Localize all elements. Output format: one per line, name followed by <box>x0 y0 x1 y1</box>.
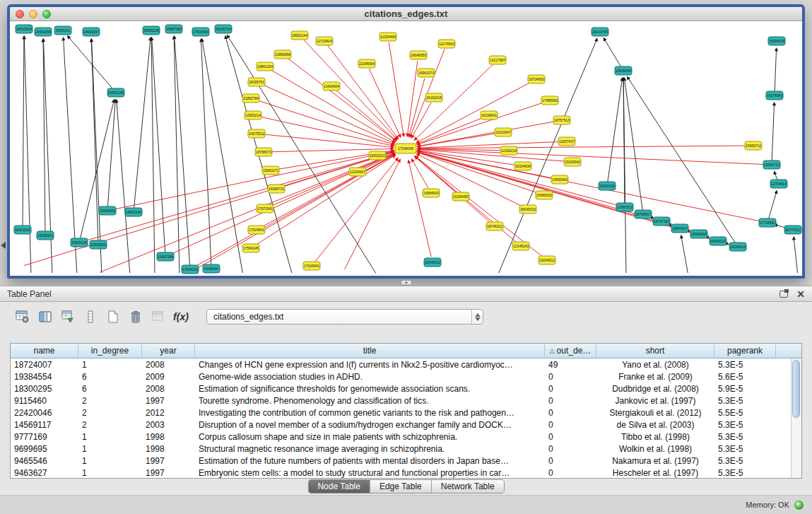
network-canvas[interactable]: 1125446912174903122179871973459317485083… <box>10 21 802 276</box>
hub-node[interactable]: 17246045 <box>395 144 416 153</box>
network-node[interactable]: 19363171 <box>262 166 279 175</box>
network-node[interactable]: 18746321 <box>486 222 503 230</box>
network-node[interactable]: 15905135 <box>143 26 160 35</box>
network-node[interactable]: 16150036 <box>599 182 616 190</box>
network-node[interactable]: 19844327 <box>671 224 688 233</box>
network-node[interactable]: 19244512 <box>539 256 555 264</box>
network-node[interactable]: 17734550 <box>759 218 776 227</box>
network-node[interactable]: 11607437 <box>558 137 575 146</box>
network-node[interactable]: 17604353 <box>182 265 199 274</box>
network-table-combobox[interactable]: citations_edges.txt <box>206 309 483 325</box>
network-node[interactable]: 14584543 <box>423 189 440 197</box>
window-titlebar[interactable]: citations_edges.txt <box>10 7 802 21</box>
network-node[interactable]: 17624541 <box>248 226 265 234</box>
panel-collapse-arrow-icon[interactable] <box>1 242 6 249</box>
network-node[interactable]: 15983712 <box>745 141 762 150</box>
network-node[interactable]: 12204907 <box>349 168 366 176</box>
network-node[interactable]: 17634541 <box>303 262 320 270</box>
network-node[interactable]: 19861204 <box>257 62 273 71</box>
network-node[interactable]: 20667089 <box>165 25 182 33</box>
minimize-window-button[interactable] <box>29 10 37 18</box>
column-header-in_degree[interactable]: in_degree <box>78 344 142 358</box>
column-header-out_de[interactable]: △out_de… <box>545 344 596 358</box>
table-row[interactable]: 1872400712008Changes of HCN gene express… <box>11 358 801 370</box>
network-node[interactable]: 19648294 <box>615 66 632 75</box>
network-node[interactable]: 18313024 <box>16 25 33 33</box>
function-builder-icon[interactable]: f(x) <box>171 307 191 327</box>
network-node[interactable]: 20667088 <box>157 252 174 261</box>
close-window-button[interactable] <box>16 10 24 18</box>
column-chooser-icon[interactable] <box>35 307 55 327</box>
network-node[interactable]: 15905134 <box>71 238 88 247</box>
network-node[interactable]: 19734593 <box>528 75 545 83</box>
network-node[interactable]: 16961073 <box>418 69 435 77</box>
network-node[interactable]: 18313023 <box>14 226 31 234</box>
tab-edge-table[interactable]: Edge Table <box>370 480 431 493</box>
network-node[interactable]: 19088731 <box>268 185 285 193</box>
float-panel-icon[interactable] <box>779 291 788 298</box>
network-node[interactable]: 16799417 <box>635 210 652 218</box>
table-export-icon[interactable] <box>58 307 78 327</box>
network-node[interactable]: 16773312 <box>784 226 801 234</box>
close-panel-icon[interactable]: ✕ <box>796 290 805 298</box>
network-node[interactable]: 17604354 <box>192 28 209 36</box>
import-table-icon[interactable] <box>148 307 168 327</box>
network-node[interactable]: 18302022 <box>369 151 386 160</box>
network-node[interactable]: 12704913 <box>770 180 787 188</box>
network-node[interactable]: 17973341 <box>257 204 273 213</box>
network-node[interactable]: 16162615 <box>425 93 442 102</box>
network-node[interactable]: 12719404 <box>316 37 333 45</box>
network-node[interactable]: 19155942 <box>564 158 581 166</box>
network-node[interactable]: 17485083 <box>541 96 558 105</box>
vertical-scrollbar[interactable] <box>791 358 801 478</box>
network-node[interactable]: 17594145 <box>242 244 259 252</box>
network-node[interactable]: 19245013 <box>729 243 746 251</box>
network-node[interactable]: 12174903 <box>438 40 455 48</box>
zoom-window-button[interactable] <box>42 10 51 18</box>
network-node[interactable]: 18903297 <box>83 28 100 36</box>
table-row[interactable]: 1938455462009Genome-wide association stu… <box>11 370 801 382</box>
network-node[interactable]: 22048064 <box>358 59 375 68</box>
table-row[interactable]: 2242004622012Investigating the contribut… <box>11 407 801 419</box>
network-node[interactable]: 13210647 <box>495 128 512 136</box>
network-node[interactable]: 14275512 <box>248 129 265 138</box>
network-node[interactable]: 25260650 <box>99 206 116 215</box>
network-node[interactable]: 12217987 <box>489 56 506 64</box>
table-row[interactable]: 1456911722003Disruption of a novel membe… <box>11 419 801 431</box>
delete-table-icon[interactable] <box>126 307 146 327</box>
network-node[interactable]: 15184455 <box>452 192 469 201</box>
table-row[interactable]: 1830029562008Estimation of significance … <box>11 382 801 395</box>
network-node[interactable]: 17997913 <box>616 203 633 211</box>
network-node[interactable]: 19344618 <box>690 230 707 238</box>
splitter-handle[interactable]: ▾ <box>401 280 412 286</box>
column-header-year[interactable]: year <box>142 344 195 358</box>
network-node[interactable]: 16646950 <box>410 51 427 59</box>
network-node[interactable]: 13424004 <box>323 82 340 90</box>
network-node[interactable]: 12953214 <box>245 111 261 119</box>
network-node[interactable]: 18757513 <box>553 116 570 124</box>
column-header-title[interactable]: title <box>195 344 545 358</box>
network-node[interactable]: 16108641 <box>481 111 498 119</box>
network-node[interactable]: 21862784 <box>242 94 259 103</box>
network-node[interactable]: 12145243 <box>512 242 529 250</box>
column-header-short[interactable]: short <box>596 344 714 358</box>
network-node[interactable]: 19085301 <box>37 231 54 240</box>
network-node[interactable]: 18903295 <box>125 208 142 216</box>
network-node[interactable]: 18602144 <box>291 31 308 40</box>
network-node[interactable]: 18130704 <box>215 25 232 33</box>
tab-network-table[interactable]: Network Table <box>431 480 504 493</box>
column-header-pagerank[interactable]: pagerank <box>714 344 776 358</box>
network-node[interactable]: 22860858 <box>274 50 291 59</box>
network-node[interactable]: 16944321 <box>710 237 726 245</box>
table-settings-icon[interactable] <box>13 307 33 327</box>
network-node[interactable]: 18788373 <box>255 148 272 156</box>
table-row[interactable]: 911546021997Tourette syndrome. Phenomeno… <box>11 395 801 407</box>
network-node[interactable]: 18045032 <box>519 205 536 214</box>
network-node[interactable]: 12160216 <box>500 146 517 155</box>
network-node[interactable]: 19245012 <box>424 258 441 267</box>
table-row[interactable]: 946554611997Estimation of the future num… <box>11 455 801 467</box>
table-row[interactable]: 977716911998Corpus callosum shape and si… <box>11 431 801 443</box>
network-node[interactable]: 15485432 <box>536 191 553 199</box>
scrollbar-thumb[interactable] <box>792 360 800 418</box>
network-node[interactable]: 20650258 <box>35 28 52 36</box>
